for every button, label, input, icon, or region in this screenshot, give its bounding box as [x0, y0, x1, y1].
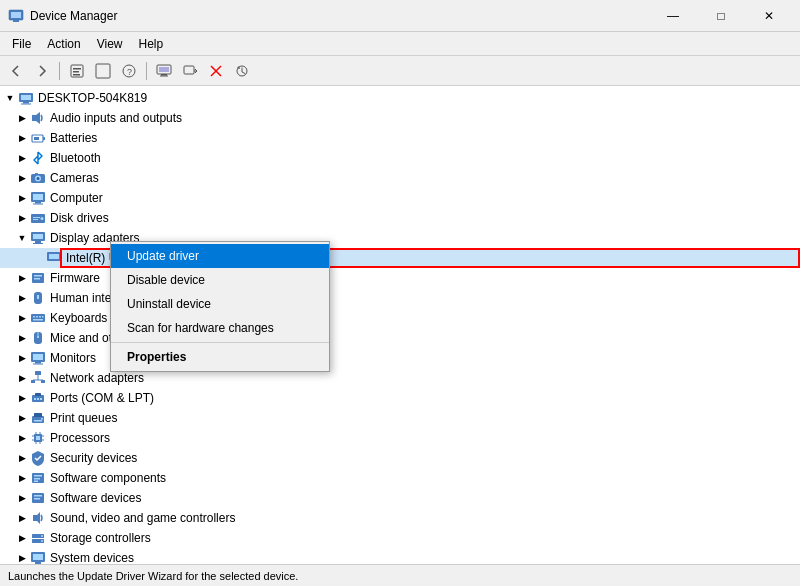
expand-arrow-computer: ▶	[16, 192, 28, 204]
svg-rect-55	[33, 319, 43, 321]
ctx-separator	[111, 342, 329, 343]
tree-item-sound[interactable]: ▶ Sound, video and game controllers	[0, 508, 800, 528]
svg-rect-50	[31, 314, 45, 322]
toolbar-help[interactable]: ?	[117, 60, 141, 82]
svg-rect-93	[34, 498, 40, 500]
toolbar-computer[interactable]	[152, 60, 176, 82]
svg-rect-71	[37, 398, 39, 400]
tree-item-diskdrives[interactable]: ▶ Disk drives	[0, 208, 800, 228]
cameras-icon	[30, 170, 46, 186]
menu-help[interactable]: Help	[131, 35, 172, 53]
bluetooth-label: Bluetooth	[50, 151, 101, 165]
toolbar-update[interactable]	[230, 60, 254, 82]
menu-view[interactable]: View	[89, 35, 131, 53]
svg-rect-54	[42, 316, 44, 318]
svg-rect-63	[35, 371, 41, 375]
svg-rect-89	[34, 478, 40, 480]
expand-arrow-batteries: ▶	[16, 132, 28, 144]
tree-item-audio[interactable]: ▶ Audio inputs and outputs	[0, 108, 800, 128]
computer-icon	[30, 190, 46, 206]
svg-point-58	[37, 336, 39, 338]
svg-rect-12	[161, 74, 167, 76]
tree-item-system[interactable]: ▶ System devices	[0, 548, 800, 564]
svg-rect-72	[40, 398, 42, 400]
svg-marker-94	[33, 512, 40, 524]
keyboard-icon	[30, 310, 46, 326]
system-icon	[30, 550, 46, 564]
tree-item-batteries[interactable]: ▶ Batteries	[0, 128, 800, 148]
ctx-disable-device[interactable]: Disable device	[111, 268, 329, 292]
svg-rect-14	[184, 66, 194, 74]
tree-item-ports[interactable]: ▶ Ports (COM & LPT)	[0, 388, 800, 408]
ctx-properties[interactable]: Properties	[111, 345, 329, 369]
toolbar-scan[interactable]	[178, 60, 202, 82]
svg-point-97	[41, 535, 43, 537]
tree-item-printqueues[interactable]: ▶ Print queues	[0, 408, 800, 428]
svg-rect-19	[21, 95, 31, 100]
svg-rect-32	[33, 194, 43, 200]
expand-arrow-monitors: ▶	[16, 352, 28, 364]
tree-item-cameras[interactable]: ▶ Cameras	[0, 168, 800, 188]
tree-item-softwaredevices[interactable]: ▶ Software devices	[0, 488, 800, 508]
batteries-label: Batteries	[50, 131, 97, 145]
menu-file[interactable]: File	[4, 35, 39, 53]
expand-arrow-firmware: ▶	[16, 272, 28, 284]
toolbar-separator-2	[146, 62, 147, 80]
svg-rect-101	[35, 562, 41, 564]
hid-icon	[30, 290, 46, 306]
expand-arrow-cameras: ▶	[16, 172, 28, 184]
minimize-button[interactable]: —	[650, 5, 696, 27]
svg-rect-33	[35, 202, 41, 204]
printqueues-icon	[30, 410, 46, 426]
menu-bar: File Action View Help	[0, 32, 800, 56]
close-button[interactable]: ✕	[746, 5, 792, 27]
ctx-update-driver[interactable]: Update driver	[111, 244, 329, 268]
svg-rect-51	[33, 316, 35, 318]
audio-label: Audio inputs and outputs	[50, 111, 182, 125]
maximize-button[interactable]: □	[698, 5, 744, 27]
tree-item-softwarecomponents[interactable]: ▶ Software components	[0, 468, 800, 488]
svg-rect-69	[35, 393, 41, 396]
svg-rect-11	[159, 67, 169, 72]
toolbar-forward[interactable]	[30, 60, 54, 82]
toolbar-remove[interactable]	[204, 60, 228, 82]
softwarecomponents-label: Software components	[50, 471, 166, 485]
tree-item-processors[interactable]: ▶ Processors	[0, 428, 800, 448]
svg-rect-88	[34, 475, 42, 477]
tree-item-bluetooth[interactable]: ▶ Bluetooth	[0, 148, 800, 168]
tree-item-storage[interactable]: ▶ Storage controllers	[0, 528, 800, 548]
svg-rect-5	[73, 71, 79, 73]
expand-arrow-mice: ▶	[16, 332, 28, 344]
svg-rect-53	[39, 316, 41, 318]
tree-item-security[interactable]: ▶ Security devices	[0, 448, 800, 468]
processors-label: Processors	[50, 431, 110, 445]
expand-arrow: ▼	[4, 92, 16, 104]
toolbar-properties[interactable]	[65, 60, 89, 82]
audio-icon	[30, 110, 46, 126]
root-label: DESKTOP-504K819	[38, 91, 147, 105]
mice-icon	[30, 330, 46, 346]
tree-item-computer[interactable]: ▶ Computer	[0, 188, 800, 208]
diskdrives-icon	[30, 210, 46, 226]
svg-rect-74	[34, 413, 42, 417]
svg-rect-100	[33, 554, 43, 560]
svg-rect-25	[43, 137, 45, 140]
svg-point-29	[37, 177, 40, 180]
toolbar-toggle[interactable]	[91, 60, 115, 82]
svg-rect-76	[41, 418, 43, 420]
ports-icon	[30, 390, 46, 406]
system-label: System devices	[50, 551, 134, 564]
ctx-uninstall-device[interactable]: Uninstall device	[111, 292, 329, 316]
toolbar-back[interactable]	[4, 60, 28, 82]
expand-arrow-audio: ▶	[16, 112, 28, 124]
svg-rect-4	[73, 68, 81, 70]
ctx-scan-hardware[interactable]: Scan for hardware changes	[111, 316, 329, 340]
tree-root[interactable]: ▼ DESKTOP-504K819	[0, 88, 800, 108]
svg-rect-62	[33, 364, 43, 365]
expand-arrow-printqueues: ▶	[16, 412, 28, 424]
security-label: Security devices	[50, 451, 137, 465]
app-icon	[8, 8, 24, 24]
menu-action[interactable]: Action	[39, 35, 88, 53]
svg-rect-34	[33, 204, 43, 205]
svg-rect-6	[73, 74, 80, 76]
